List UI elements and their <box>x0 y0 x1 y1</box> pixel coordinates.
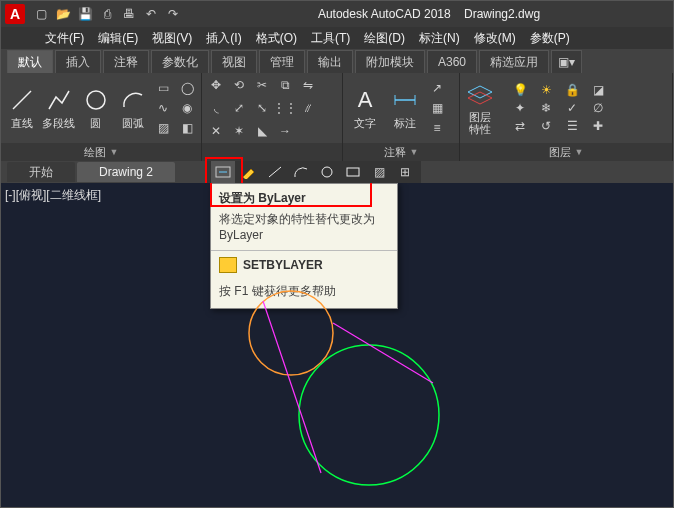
plot-icon[interactable]: 🖶 <box>121 6 137 22</box>
rotate-icon[interactable]: ⟲ <box>229 76 249 94</box>
tab-view[interactable]: 视图 <box>211 50 257 73</box>
leader-icon[interactable]: ↗ <box>427 79 447 97</box>
menu-file[interactable]: 文件(F) <box>41 30 88 47</box>
menu-dimension[interactable]: 标注(N) <box>415 30 464 47</box>
offset-icon[interactable]: ⫽ <box>298 99 318 117</box>
tab-manage[interactable]: 管理 <box>259 50 305 73</box>
sun-icon[interactable]: ☀ <box>536 82 556 98</box>
trim-icon[interactable]: ✂ <box>252 76 272 94</box>
scale-icon[interactable]: ⤡ <box>252 99 272 117</box>
line-button[interactable]: 直线 <box>5 77 38 139</box>
tab-annotate[interactable]: 注释 <box>103 50 149 73</box>
rectangle-icon[interactable]: ▭ <box>153 79 173 97</box>
erase-icon[interactable]: ✕ <box>206 122 226 140</box>
viewport[interactable]: [-][俯视][二维线框] 设置为 ByLayer 将选定对象的特性替代更改为 … <box>1 183 673 507</box>
menu-format[interactable]: 格式(O) <box>252 30 301 47</box>
save-icon[interactable]: 💾 <box>77 6 93 22</box>
polyline-button[interactable]: 多段线 <box>42 77 75 139</box>
saveas-icon[interactable]: ⎙ <box>99 6 115 22</box>
util-rect-icon[interactable] <box>341 161 365 183</box>
tab-featured[interactable]: 精选应用 <box>479 50 549 73</box>
svg-point-1 <box>87 91 105 109</box>
ribbon: 直线 多段线 圆 圆弧 ▭ ∿ ▨ <box>1 73 673 161</box>
text-button[interactable]: A 文字 <box>347 77 383 139</box>
redo-icon[interactable]: ↷ <box>165 6 181 22</box>
panel-draw-title[interactable]: 绘图▼ <box>1 143 201 161</box>
bulb-icon[interactable]: 💡 <box>510 82 530 98</box>
array-icon[interactable]: ⋮⋮ <box>275 99 295 117</box>
svg-line-9 <box>269 167 281 177</box>
hatch-icon[interactable]: ▨ <box>153 119 173 137</box>
setbylayer-button[interactable] <box>211 161 235 183</box>
chamfer-icon[interactable]: ◣ <box>252 122 272 140</box>
ribbon-tabbar: 默认 插入 注释 参数化 视图 管理 输出 附加模块 A360 精选应用 ▣▾ <box>1 49 673 73</box>
layer-walk-icon[interactable]: ☰ <box>562 118 582 134</box>
layer-prev-icon[interactable]: ↺ <box>536 118 556 134</box>
stretch-icon[interactable]: ⤢ <box>229 99 249 117</box>
layer-off-icon[interactable]: ∅ <box>588 100 608 116</box>
region-icon[interactable]: ◧ <box>177 119 197 137</box>
ellipse-icon[interactable]: ◯ <box>177 79 197 97</box>
util-hatch-icon[interactable]: ▨ <box>367 161 391 183</box>
arc-button[interactable]: 圆弧 <box>116 77 149 139</box>
app-logo-icon[interactable]: A <box>5 4 25 24</box>
tab-insert[interactable]: 插入 <box>55 50 101 73</box>
fillet-icon[interactable]: ◟ <box>206 99 226 117</box>
menu-parametric[interactable]: 参数(P) <box>526 30 574 47</box>
menu-tools[interactable]: 工具(T) <box>307 30 354 47</box>
tab-output[interactable]: 输出 <box>307 50 353 73</box>
mirror-icon[interactable]: ⇋ <box>298 76 318 94</box>
tooltip-command: SETBYLAYER <box>211 251 397 279</box>
app-name: Autodesk AutoCAD 2018 <box>318 7 451 21</box>
util-arc-icon[interactable] <box>289 161 313 183</box>
util-group-icon[interactable]: ⊞ <box>393 161 417 183</box>
tab-default[interactable]: 默认 <box>7 50 53 73</box>
menu-view[interactable]: 视图(V) <box>148 30 196 47</box>
explode-icon[interactable]: ✶ <box>229 122 249 140</box>
dimension-button[interactable]: 标注 <box>387 77 423 139</box>
panel-modify-title[interactable] <box>202 143 342 161</box>
chevron-down-icon: ▼ <box>410 147 419 157</box>
panel-layers-title[interactable]: 图层▼ <box>460 143 672 161</box>
util-line-icon[interactable] <box>263 161 287 183</box>
spline-icon[interactable]: ∿ <box>153 99 173 117</box>
svg-point-10 <box>322 167 332 177</box>
tab-a360[interactable]: A360 <box>427 50 477 73</box>
menu-insert[interactable]: 插入(I) <box>202 30 245 47</box>
menu-edit[interactable]: 编辑(E) <box>94 30 142 47</box>
tab-expand-icon[interactable]: ▣▾ <box>551 50 582 73</box>
dimension-label: 标注 <box>394 116 416 131</box>
circle-button[interactable]: 圆 <box>79 77 112 139</box>
layer-state-icon[interactable]: ✦ <box>510 100 530 116</box>
util-circle-icon[interactable] <box>315 161 339 183</box>
layer-freeze-icon[interactable]: ❄ <box>536 100 556 116</box>
layer-color-icon[interactable]: ◪ <box>588 82 608 98</box>
mtext-icon[interactable]: ≡ <box>427 119 447 137</box>
lock-icon[interactable]: 🔒 <box>562 82 582 98</box>
extend-icon[interactable]: → <box>275 122 295 140</box>
menu-draw[interactable]: 绘图(D) <box>360 30 409 47</box>
layer-iso-icon[interactable]: ✓ <box>562 100 582 116</box>
panel-annotation-title[interactable]: 注释▼ <box>343 143 459 161</box>
file-tab-start[interactable]: 开始 <box>7 162 75 182</box>
tab-addins[interactable]: 附加模块 <box>355 50 425 73</box>
table-icon[interactable]: ▦ <box>427 99 447 117</box>
new-icon[interactable]: ▢ <box>33 6 49 22</box>
svg-line-0 <box>13 91 31 109</box>
open-icon[interactable]: 📂 <box>55 6 71 22</box>
file-tab-current[interactable]: Drawing 2 <box>77 162 175 182</box>
polyline-icon <box>45 86 73 114</box>
copy-icon[interactable]: ⧉ <box>275 76 295 94</box>
layer-new-icon[interactable]: ✚ <box>588 118 608 134</box>
move-icon[interactable]: ✥ <box>206 76 226 94</box>
viewport-label[interactable]: [-][俯视][二维线框] <box>5 187 101 204</box>
layer-match-icon[interactable]: ⇄ <box>510 118 530 134</box>
menu-modify[interactable]: 修改(M) <box>470 30 520 47</box>
undo-icon[interactable]: ↶ <box>143 6 159 22</box>
window-title: Autodesk AutoCAD 2018 Drawing2.dwg <box>189 7 669 21</box>
donut-icon[interactable]: ◉ <box>177 99 197 117</box>
tab-parametric[interactable]: 参数化 <box>151 50 209 73</box>
panel-modify: ✥ ⟲ ✂ ⧉ ⇋ ◟ ⤢ ⤡ ⋮⋮ ⫽ ✕ ✶ ◣ → <box>202 73 343 161</box>
matchprops-icon[interactable] <box>237 161 261 183</box>
layer-properties-button[interactable]: 图层 特性 <box>460 77 500 139</box>
